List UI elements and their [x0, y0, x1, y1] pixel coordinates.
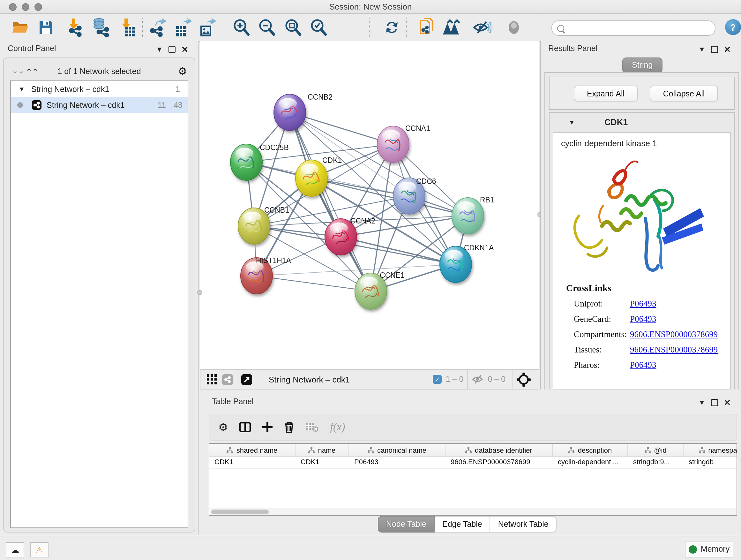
network-node-CCNB2[interactable]	[274, 94, 306, 131]
column-header--id[interactable]: @id	[628, 444, 684, 456]
column-header-database-identifier[interactable]: database identifier	[446, 444, 553, 456]
table-cell[interactable]: CDK1	[295, 456, 349, 468]
string-network-icon	[32, 100, 42, 110]
warnings-button[interactable]: ⚠	[30, 542, 49, 557]
tab-edge-table[interactable]: Edge Table	[434, 516, 490, 533]
vertical-splitter-handle[interactable]	[197, 290, 202, 295]
network-collection-row[interactable]: ▼ String Network – cdk1 1	[11, 81, 188, 97]
column-type-icon	[367, 447, 374, 453]
crosslink-link[interactable]: P06493	[630, 299, 657, 309]
birdseye-crosshair-icon[interactable]	[516, 372, 531, 387]
float-panel-icon[interactable]: ▼	[698, 46, 705, 53]
table-cell[interactable]: P06493	[349, 456, 446, 468]
scrollbar-thumb[interactable]	[211, 509, 269, 514]
hide-selected-icon[interactable]	[472, 18, 492, 37]
delete-table-icon[interactable]	[306, 422, 319, 432]
expand-all-button[interactable]: Expand All	[574, 85, 637, 102]
network-edge[interactable]	[341, 237, 456, 264]
hidden-eye-icon[interactable]	[472, 374, 484, 384]
network-node-RB1[interactable]	[452, 198, 484, 234]
export-image-icon[interactable]	[197, 18, 218, 37]
delete-column-icon[interactable]	[284, 422, 294, 433]
save-session-icon[interactable]	[36, 18, 56, 37]
detach-view-icon[interactable]	[241, 374, 252, 385]
column-type-icon	[698, 447, 705, 453]
import-table-icon[interactable]	[118, 18, 138, 37]
crosslink-link[interactable]: P06493	[630, 360, 657, 370]
close-panel-icon[interactable]: ✕	[181, 45, 188, 54]
toolbar-separator	[142, 18, 143, 37]
network-options-gear-icon[interactable]: ⚙	[178, 65, 187, 77]
cloud-status-button[interactable]: ☁	[6, 542, 24, 557]
grid-view-icon[interactable]	[207, 374, 217, 384]
tab-node-table[interactable]: Node Table	[378, 516, 434, 533]
maximize-panel-icon[interactable]	[169, 46, 176, 53]
column-header-name[interactable]: name	[295, 444, 349, 456]
refresh-icon[interactable]	[382, 18, 402, 37]
tab-string[interactable]: String	[622, 57, 662, 73]
node-label-CDKN1A: CDKN1A	[464, 244, 494, 252]
crosslink-label: GeneCard:	[574, 314, 630, 324]
close-panel-icon[interactable]: ✕	[724, 398, 731, 407]
table-cell[interactable]: stringdb:9...	[628, 456, 684, 468]
network-view-title: String Network – cdk1	[269, 374, 350, 384]
table-horizontal-scrollbar[interactable]	[210, 508, 736, 515]
crosslink-link[interactable]: 9606.ENSP00000378699	[630, 345, 718, 355]
crosslink-link[interactable]: 9606.ENSP00000378699	[630, 329, 718, 340]
export-table-icon[interactable]	[173, 18, 193, 37]
zoom-out-icon[interactable]	[257, 18, 277, 37]
title-bar: Session: New Session	[0, 0, 741, 14]
table-cell[interactable]: cyclin-dependent ...	[553, 456, 628, 468]
column-header-description[interactable]: description	[553, 444, 628, 456]
maximize-panel-icon[interactable]	[711, 399, 718, 406]
network-row-selected[interactable]: String Network – cdk1 11 48	[11, 97, 188, 113]
open-session-icon[interactable]	[10, 18, 30, 37]
maximize-panel-icon[interactable]	[711, 46, 718, 53]
table-cell[interactable]: CDK1	[209, 456, 295, 468]
column-header-shared-name[interactable]: shared name	[209, 444, 295, 456]
help-icon[interactable]: ?	[725, 19, 741, 35]
network-edge[interactable]	[257, 276, 371, 291]
network-node-CDK1[interactable]	[295, 160, 327, 196]
collection-expander-icon[interactable]: ▼	[18, 85, 25, 92]
column-header-namespace[interactable]: namespace	[684, 444, 737, 456]
open-documentation-icon[interactable]	[417, 18, 437, 37]
cytoscape-home-icon[interactable]	[441, 18, 465, 37]
crosslink-row: Uniprot:P06493	[574, 299, 730, 309]
table-cell[interactable]: stringdb	[684, 456, 737, 468]
network-selection-summary: 1 of 1 Network selected	[4, 67, 195, 76]
tab-network-table[interactable]: Network Table	[490, 516, 557, 533]
column-type-icon	[227, 447, 233, 453]
collapse-all-button[interactable]: Collapse All	[650, 85, 718, 102]
add-column-icon[interactable]	[263, 422, 273, 432]
search-field[interactable]	[551, 20, 716, 36]
network-node-CCNA1[interactable]	[377, 126, 409, 163]
selected-nodes-checkbox[interactable]: ✓	[433, 375, 442, 384]
table-row[interactable]: CDK1CDK1P064939606.ENSP00000378699cyclin…	[209, 456, 737, 469]
zoom-in-icon[interactable]	[231, 18, 252, 37]
network-badge-icon[interactable]	[222, 374, 233, 385]
export-network-icon[interactable]	[147, 18, 168, 37]
close-panel-icon[interactable]: ✕	[724, 45, 731, 54]
float-panel-icon[interactable]: ▼	[698, 399, 705, 406]
crosslink-link[interactable]: P06493	[630, 314, 657, 324]
show-all-icon[interactable]	[503, 18, 524, 37]
node-label-RB1: RB1	[480, 196, 494, 204]
network-canvas[interactable]: CCNB2CCNA1CDC25BCDK1CDC6RB1CCNB1CCNA2CDK…	[200, 41, 539, 369]
import-network-icon[interactable]	[65, 18, 85, 37]
zoom-selected-icon[interactable]	[308, 18, 329, 37]
show-columns-icon[interactable]	[240, 422, 251, 432]
memory-button[interactable]: Memory	[685, 541, 733, 557]
float-panel-icon[interactable]: ▼	[156, 46, 163, 53]
card-expander-icon[interactable]: ▼	[569, 118, 575, 125]
search-input[interactable]	[564, 23, 715, 33]
column-header-canonical-name[interactable]: canonical name	[349, 444, 446, 456]
network-graph[interactable]: CCNB2CCNA1CDC25BCDK1CDC6RB1CCNB1CCNA2CDK…	[200, 41, 539, 368]
network-node-CDC25B[interactable]	[230, 144, 262, 180]
table-cell[interactable]: 9606.ENSP00000378699	[446, 456, 553, 468]
function-builder-button[interactable]: f(x)	[330, 421, 345, 434]
import-network-from-database-icon[interactable]	[91, 18, 111, 37]
network-edge[interactable]	[290, 112, 371, 291]
zoom-fit-icon[interactable]	[283, 18, 303, 37]
table-options-gear-icon[interactable]: ⚙	[218, 421, 228, 434]
